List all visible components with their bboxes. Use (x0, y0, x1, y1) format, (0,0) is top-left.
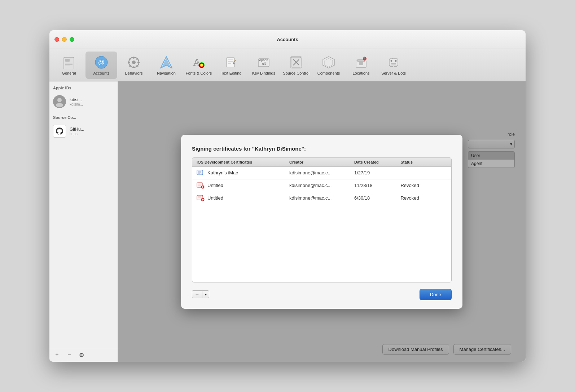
cert-creator-1: kdisimone@mac.c... (289, 170, 354, 175)
server-bots-icon (386, 55, 401, 70)
modal-footer: + ▾ Done (192, 289, 452, 300)
sidebar-section-source-control: Source Co... (49, 111, 118, 122)
toolbar-item-navigation[interactable]: Navigation (150, 52, 182, 79)
toolbar-item-components[interactable]: Components (313, 52, 344, 79)
apple-id-avatar (53, 95, 66, 108)
main-content: Apple IDs kdisi... kdisim... Source Co..… (49, 81, 526, 362)
toolbar-key-bindings-label: Key Bindings (252, 71, 275, 75)
signing-certificates-modal: Signing certificates for "Kathryn DiSimo… (181, 135, 462, 309)
svg-point-20 (199, 62, 205, 68)
close-button[interactable] (54, 37, 59, 42)
sidebar-footer: + − ⚙ (49, 348, 118, 362)
cert-name-2-text: Untitled (207, 183, 223, 188)
cert-date-2: 11/28/18 (354, 183, 401, 188)
fonts-colors-icon: A (192, 55, 206, 70)
toolbar-item-general[interactable]: General (53, 52, 85, 79)
key-bindings-icon: alt option (256, 55, 271, 70)
certificate-table: iOS Development Certificates Creator Dat… (192, 157, 452, 282)
toolbar-source-control-label: Source Control (283, 71, 309, 75)
toolbar-locations-label: Locations (352, 71, 369, 75)
toolbar-item-behaviors[interactable]: Behaviors (118, 52, 150, 79)
sidebar-section-apple-ids: Apple IDs (49, 81, 118, 92)
cert-name-1: Kathryn's iMac (197, 170, 289, 176)
toolbar-item-text-editing[interactable]: Text Editing (215, 52, 247, 79)
svg-rect-48 (394, 66, 397, 67)
svg-point-8 (132, 61, 136, 64)
sidebar-item-apple-id[interactable]: kdisi... kdisim... (49, 92, 118, 111)
source-control-icon (289, 55, 303, 70)
svg-rect-47 (390, 66, 393, 67)
svg-point-43 (395, 60, 397, 62)
navigation-icon (159, 55, 174, 70)
cert-table-body: Kathryn's iMac kdisimone@mac.c... 1/27/1… (192, 167, 451, 282)
modal-title: Signing certificates for "Kathryn DiSimo… (192, 146, 452, 152)
sidebar-item-github[interactable]: GitHu... https:... (49, 122, 118, 141)
toolbar-item-source-control[interactable]: Source Control (280, 52, 312, 79)
traffic-lights (54, 37, 74, 42)
svg-point-49 (57, 98, 62, 102)
titlebar: Accounts (49, 30, 526, 49)
cert-row-3[interactable]: Untitled kdisimone@mac.c... 6/30/18 Revo… (192, 192, 451, 204)
svg-rect-44 (391, 63, 396, 64)
svg-rect-41 (389, 59, 398, 66)
cert-date-3: 6/30/18 (354, 195, 401, 201)
settings-button[interactable]: ⚙ (78, 351, 85, 359)
toolbar-fonts-colors-label: Fonts & Colors (186, 71, 212, 75)
svg-point-50 (56, 103, 63, 107)
col-header-date: Date Created (354, 160, 401, 164)
github-sub: https:... (70, 132, 84, 136)
toolbar-item-server-bots[interactable]: Server & Bots (378, 52, 409, 79)
svg-point-42 (391, 60, 392, 62)
cert-name-3: Untitled (197, 195, 289, 201)
svg-rect-1 (65, 59, 70, 62)
toolbar-behaviors-label: Behaviors (125, 71, 143, 75)
toolbar-item-locations[interactable]: Locations (345, 52, 377, 79)
done-button[interactable]: Done (420, 289, 452, 300)
cert-revoked-icon-1 (197, 182, 205, 189)
add-certificate-dropdown[interactable]: ▾ (202, 290, 209, 298)
cert-row-2[interactable]: Untitled kdisimone@mac.c... 11/28/18 Rev… (192, 179, 451, 192)
cert-name-2: Untitled (197, 182, 289, 189)
main-window: Accounts General @ (49, 30, 526, 362)
remove-account-button[interactable]: − (65, 351, 73, 359)
add-account-button[interactable]: + (53, 351, 61, 359)
maximize-button[interactable] (70, 37, 74, 42)
add-certificate-button[interactable]: + (192, 290, 202, 298)
toolbar: General @ Accounts (49, 49, 526, 81)
sidebar: Apple IDs kdisi... kdisim... Source Co..… (49, 81, 118, 362)
toolbar-accounts-label: Accounts (93, 71, 109, 75)
apple-id-name: kdisi... (70, 97, 83, 102)
accounts-icon: @ (94, 55, 109, 70)
col-header-name: iOS Development Certificates (197, 160, 289, 164)
cert-creator-3: kdisimone@mac.c... (289, 195, 354, 201)
behaviors-icon (127, 55, 141, 70)
svg-rect-21 (227, 58, 234, 67)
cert-table-header: iOS Development Certificates Creator Dat… (192, 158, 451, 167)
cert-revoked-icon-2 (197, 195, 205, 201)
components-icon (321, 55, 336, 70)
cert-valid-icon (197, 170, 205, 176)
github-text: GitHu... https:... (70, 127, 84, 136)
toolbar-components-label: Components (317, 71, 340, 75)
col-header-creator: Creator (289, 160, 354, 164)
svg-rect-38 (359, 62, 363, 65)
toolbar-general-label: General (62, 71, 76, 75)
toolbar-navigation-label: Navigation (157, 71, 176, 75)
col-header-status: Status (400, 160, 447, 164)
toolbar-server-bots-label: Server & Bots (381, 71, 406, 75)
cert-row-1[interactable]: Kathryn's iMac kdisimone@mac.c... 1/27/1… (192, 167, 451, 179)
apple-id-sub: kdisim... (70, 102, 83, 106)
toolbar-text-editing-label: Text Editing (221, 71, 242, 75)
text-editing-icon (224, 55, 238, 70)
locations-icon (354, 55, 368, 70)
toolbar-item-fonts-colors[interactable]: A Fonts & Colors (183, 52, 215, 79)
cert-status-2: Revoked (400, 183, 447, 188)
github-icon (53, 125, 66, 138)
apple-id-text: kdisi... kdisim... (70, 97, 83, 106)
toolbar-item-key-bindings[interactable]: alt option Key Bindings (248, 52, 280, 79)
general-icon (62, 55, 76, 70)
toolbar-item-accounts[interactable]: @ Accounts (85, 52, 117, 79)
minimize-button[interactable] (62, 37, 67, 42)
add-certificate-group: + ▾ (192, 290, 209, 298)
svg-text:@: @ (98, 59, 105, 66)
